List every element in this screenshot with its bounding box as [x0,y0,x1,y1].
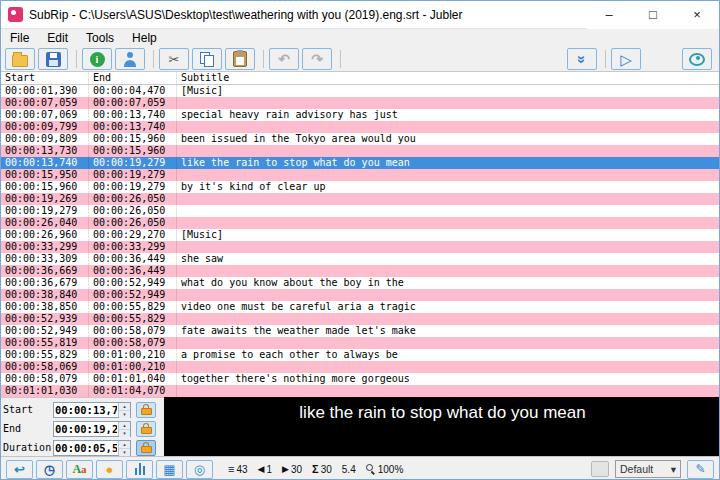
redo-button[interactable]: ↷ [302,48,332,70]
table-row[interactable]: 00:00:36,679 00:00:52,949 what do you kn… [1,277,719,289]
table-row[interactable]: 00:00:15,950 00:00:19,279 [1,169,719,181]
start-lock-button[interactable] [136,402,156,418]
file-info-button[interactable] [82,48,112,70]
metric-cps: 5.4 [342,464,356,475]
menu-help[interactable]: Help [123,29,166,47]
table-row[interactable]: 00:00:01,390 00:00:04,470 [Music] [1,85,719,97]
style-dropdown[interactable]: Default ▾ [615,460,681,478]
table-row[interactable]: 00:00:26,040 00:00:26,050 [1,217,719,229]
paste-button[interactable] [225,48,255,70]
copy-button[interactable] [192,48,222,70]
menu-tools[interactable]: Tools [77,29,123,47]
end-time-input[interactable] [54,422,118,436]
table-row[interactable]: 00:00:33,309 00:00:36,449 she saw [1,253,719,265]
cell-end: 00:00:26,050 [89,217,177,229]
table-row[interactable]: 00:00:26,960 00:00:29,270 [Music] [1,229,719,241]
cell-end: 00:00:36,449 [89,265,177,277]
cell-start: 00:00:38,840 [1,289,89,301]
table-row[interactable]: 00:00:09,799 00:00:13,740 [1,121,719,133]
table-row[interactable]: 00:00:33,299 00:00:33,299 [1,241,719,253]
end-label: End [3,423,53,434]
table-row[interactable]: 00:01:01,030 00:01:04,070 [1,385,719,397]
cell-subtitle: fate awaits the weather made let's make [177,325,719,337]
sphere-button[interactable]: ◎ [186,460,213,479]
play-button[interactable]: ▷ [611,48,641,70]
subtitle-preview[interactable]: like the rain to stop what do you mean [164,397,720,456]
frames-button[interactable]: ▦ [156,460,183,479]
table-row[interactable]: 00:00:09,809 00:00:15,960 been issued in… [1,133,719,145]
disabled-tool-button[interactable] [591,461,609,477]
menu-file[interactable]: File [1,29,38,47]
table-row[interactable]: 00:00:07,059 00:00:07,059 [1,97,719,109]
cell-subtitle [177,205,719,217]
spinner-up-icon[interactable]: ▴ [119,422,130,430]
character-style-button[interactable]: Aa [66,460,93,479]
cell-end: 00:00:13,740 [89,121,177,133]
table-row[interactable]: 00:00:15,960 00:00:19,279 by it's kind o… [1,181,719,193]
table-row[interactable]: 00:00:52,939 00:00:55,829 [1,313,719,325]
maximize-button[interactable]: □ [631,1,675,29]
time-button[interactable]: ◷ [36,460,63,479]
waveform-button[interactable] [126,460,153,479]
table-row[interactable]: 00:00:55,819 00:00:58,079 [1,337,719,349]
spinner-up-icon[interactable]: ▴ [119,441,130,449]
duration-label: Duration [3,442,53,453]
spinner-down-icon[interactable]: ▾ [119,449,130,456]
cell-end: 00:00:36,449 [89,253,177,265]
table-row[interactable]: 00:00:38,850 00:00:55,829 video one must… [1,301,719,313]
table-row[interactable]: 00:00:13,740 00:00:19,279 like the rain … [1,157,719,169]
metric-value: 30 [291,464,302,475]
equalizer-icon [135,463,145,475]
color-button[interactable]: ● [96,460,123,479]
duration-spinner: ▴ ▾ [53,440,131,456]
duration-lock-button[interactable] [136,440,156,456]
spinner-buttons: ▴ ▾ [118,422,130,436]
metric-total: Σ 30 [312,463,332,475]
table-row[interactable]: 00:00:19,269 00:00:26,050 [1,193,719,205]
lock-icon [141,442,152,453]
cell-end: 00:00:52,949 [89,277,177,289]
edit-style-button[interactable]: ✎ [687,460,714,479]
menu-edit[interactable]: Edit [38,29,77,47]
table-row[interactable]: 00:00:07,069 00:00:13,740 special heavy … [1,109,719,121]
undo-button[interactable]: ↶ [269,48,299,70]
header-end[interactable]: End [89,72,177,84]
spinner-down-icon[interactable]: ▾ [119,411,130,418]
cell-end: 00:00:58,079 [89,325,177,337]
start-time-input[interactable] [54,403,118,417]
table-row[interactable]: 00:00:58,079 00:01:01,040 together there… [1,373,719,385]
play-triangle-icon: ▷ [620,52,632,67]
insert-subtitle-button[interactable]: » [567,48,597,70]
table-row[interactable]: 00:00:58,069 00:01:00,210 [1,361,719,373]
title-bar[interactable]: SubRip - C:\Users\ASUS\Desktop\test\weat… [1,1,719,29]
seek-button[interactable]: ↩ [6,460,33,479]
minimize-button[interactable]: – [587,1,631,29]
window-controls: – □ × [587,1,719,29]
save-file-button[interactable] [38,48,68,70]
table-row[interactable]: 00:00:52,949 00:00:58,079 fate awaits th… [1,325,719,337]
spinner-down-icon[interactable]: ▾ [119,430,130,437]
open-file-button[interactable] [5,48,35,70]
table-row[interactable]: 00:00:55,829 00:01:00,210 a promise to e… [1,349,719,361]
table-row[interactable]: 00:00:38,840 00:00:52,949 [1,289,719,301]
preview-button[interactable] [682,48,712,70]
cut-button[interactable]: ✂ [159,48,189,70]
duration-input[interactable] [54,441,118,455]
close-button[interactable]: × [675,1,719,29]
cell-end: 00:00:19,279 [89,157,177,169]
cell-start: 00:00:01,390 [1,85,89,97]
toolbar: ✂ ↶ ↷ » ▷ [1,47,719,71]
cell-subtitle [177,97,719,109]
header-subtitle[interactable]: Subtitle [177,72,719,84]
project-properties-button[interactable] [115,48,145,70]
table-row[interactable]: 00:00:13,730 00:00:15,960 [1,145,719,157]
cell-end: 00:00:52,949 [89,289,177,301]
start-time-row: Start ▴ ▾ [3,401,156,418]
end-lock-button[interactable] [136,421,156,437]
table-row[interactable]: 00:00:36,669 00:00:36,449 [1,265,719,277]
start-time-spinner: ▴ ▾ [53,402,131,418]
spinner-up-icon[interactable]: ▴ [119,403,130,411]
cell-subtitle [177,313,719,325]
table-row[interactable]: 00:00:19,279 00:00:26,050 [1,205,719,217]
header-start[interactable]: Start [1,72,89,84]
